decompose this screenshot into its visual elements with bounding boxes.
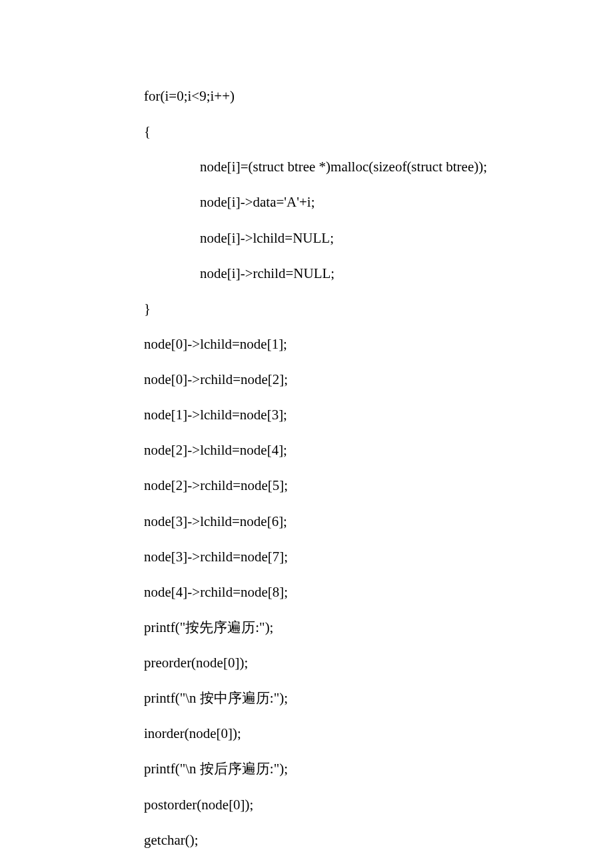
code-line: printf("\n 按后序遍历:"); bbox=[144, 751, 573, 787]
code-line: node[2]->lchild=node[4]; bbox=[144, 433, 573, 468]
code-line: } bbox=[144, 291, 573, 327]
code-line: node[1]->lchild=node[3]; bbox=[144, 397, 573, 433]
code-line: node[i]->rchild=NULL; bbox=[144, 256, 573, 291]
code-line: getchar(); bbox=[144, 823, 573, 858]
code-line: node[2]->rchild=node[5]; bbox=[144, 468, 573, 503]
code-line: node[0]->rchild=node[2]; bbox=[144, 362, 573, 397]
code-line: node[i]->lchild=NULL; bbox=[144, 221, 573, 256]
code-block: for(i=0;i<9;i++) { node[i]=(struct btree… bbox=[144, 79, 573, 858]
code-line: postorder(node[0]); bbox=[144, 787, 573, 823]
code-line: inorder(node[0]); bbox=[144, 716, 573, 751]
code-line: node[3]->rchild=node[7]; bbox=[144, 539, 573, 575]
code-line: { bbox=[144, 114, 573, 149]
code-line: preorder(node[0]); bbox=[144, 645, 573, 681]
code-line: for(i=0;i<9;i++) bbox=[144, 79, 573, 114]
code-line: node[4]->rchild=node[8]; bbox=[144, 575, 573, 610]
code-line: printf("按先序遍历:"); bbox=[144, 610, 573, 645]
code-line: node[i]->data='A'+i; bbox=[144, 185, 573, 220]
code-line: printf("\n 按中序遍历:"); bbox=[144, 681, 573, 716]
code-line: node[i]=(struct btree *)malloc(sizeof(st… bbox=[144, 149, 573, 185]
code-line: node[3]->lchild=node[6]; bbox=[144, 504, 573, 539]
code-line: node[0]->lchild=node[1]; bbox=[144, 327, 573, 362]
